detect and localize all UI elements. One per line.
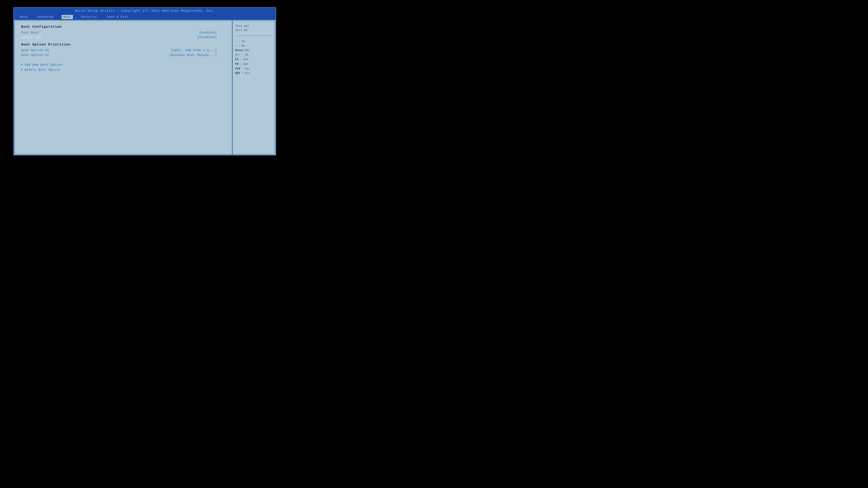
- menu-bar: Main Advanced Boot Security Save & Exit: [14, 14, 276, 20]
- help-line1: This opt: [235, 24, 249, 28]
- help-text: This opt will be: [235, 24, 272, 32]
- boot-option2-label: Boot Option #2: [21, 53, 49, 57]
- delete-boot-label: Delete Boot Option: [25, 68, 60, 72]
- title-bar: Aptio Setup Utility – Copyright (C) 2013…: [14, 8, 276, 14]
- boot-config-header: Boot Configuration: [21, 25, 225, 29]
- key-hint-f10: F10 : Sav: [235, 67, 272, 71]
- boot-option1-value: [UEFI: USB DISK 2.0...]: [171, 49, 217, 52]
- menu-security[interactable]: Security: [79, 15, 98, 19]
- key-hint-esc: ESC : Exi: [235, 71, 272, 76]
- key-hint-updown: ↕ : Se: [235, 44, 272, 48]
- launch-csm-value: [Disabled]: [197, 36, 217, 39]
- add-new-boot-label: Add New Boot Option: [25, 63, 63, 66]
- title-text: Aptio Setup Utility – Copyright (C) 2013…: [75, 9, 215, 13]
- key-hint-f1: F1 : Gen: [235, 57, 272, 62]
- key-hint-plusminus: +/- : Ch: [235, 53, 272, 58]
- side-panel: This opt will be ↔ : Se ↕ : Se Enter:Sel…: [232, 21, 275, 154]
- menu-main[interactable]: Main: [18, 15, 30, 19]
- key-hint-enter: Enter:Sel: [235, 48, 272, 53]
- boot-option1-label: Boot Option #1: [21, 49, 49, 52]
- key-hint-f9: F9 : Opt: [235, 62, 272, 67]
- delete-boot-option[interactable]: ► Delete Boot Option: [21, 68, 225, 72]
- bios-screen: Aptio Setup Utility – Copyright (C) 2013…: [13, 7, 276, 156]
- fast-boot-label: Fast Boot: [21, 31, 39, 34]
- key-hints: ↔ : Se ↕ : Se Enter:Sel +/- : Ch F1 : Ge…: [235, 39, 272, 76]
- add-new-boot-arrow: ►: [21, 63, 23, 66]
- menu-advanced[interactable]: Advanced: [36, 15, 55, 19]
- launch-csm-row[interactable]: Launch CSM [Disabled]: [21, 36, 225, 39]
- add-new-boot-option[interactable]: ► Add New Boot Option: [21, 63, 225, 66]
- boot-option2-row[interactable]: Boot Option #2 [Windows Boot Manage...]: [21, 53, 225, 57]
- boot-option2-value: [Windows Boot Manage...]: [169, 53, 217, 57]
- content-area: Boot Configuration Fast Boot [Enabled] L…: [14, 20, 275, 154]
- key-hint-arrows: ↔ : Se: [235, 39, 272, 44]
- boot-options-header: Boot Option Priorities: [21, 43, 225, 46]
- menu-save-exit[interactable]: Save & Exit: [105, 15, 130, 19]
- menu-boot[interactable]: Boot: [62, 15, 73, 19]
- fast-boot-value: [Enabled]: [199, 31, 217, 34]
- launch-csm-label: Launch CSM: [21, 36, 41, 39]
- help-line2: will be: [235, 29, 248, 32]
- main-panel: Boot Configuration Fast Boot [Enabled] L…: [15, 21, 232, 154]
- boot-option1-row[interactable]: Boot Option #1 [UEFI: USB DISK 2.0...]: [21, 49, 225, 52]
- delete-boot-arrow: ►: [21, 68, 23, 71]
- fast-boot-row[interactable]: Fast Boot [Enabled]: [21, 31, 225, 34]
